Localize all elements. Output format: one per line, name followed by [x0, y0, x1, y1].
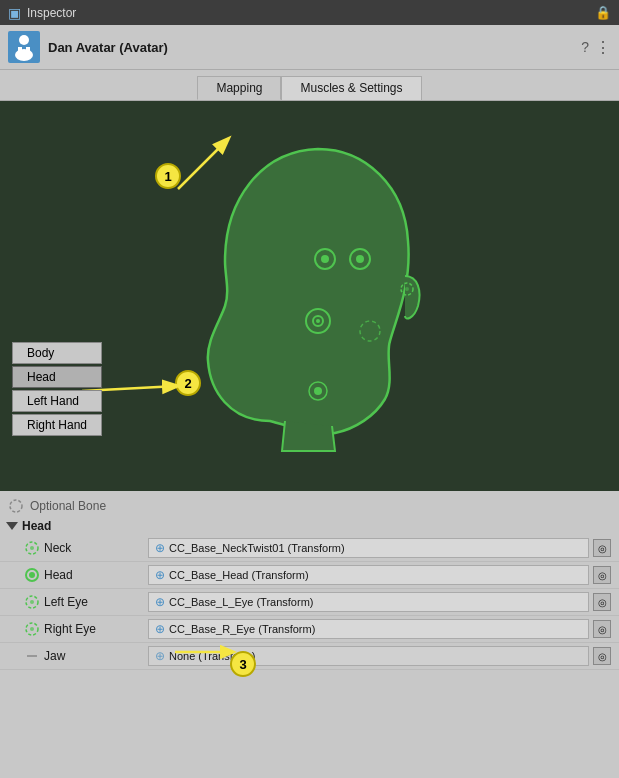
body-buttons: Body Head Left Hand Right Hand: [12, 342, 102, 436]
right-eye-transform-icon: ⊕: [155, 622, 165, 636]
head-value: ⊕ CC_Base_Head (Transform): [148, 565, 589, 585]
right-eye-dot-icon: [24, 621, 40, 637]
head-button[interactable]: Head: [12, 366, 102, 388]
left-eye-transform-text: CC_Base_L_Eye (Transform): [169, 596, 313, 608]
left-eye-target-button[interactable]: ◎: [593, 593, 611, 611]
tabs-bar: Mapping Muscles & Settings: [0, 70, 619, 101]
tab-mapping[interactable]: Mapping: [197, 76, 281, 100]
help-button[interactable]: ?: [581, 39, 589, 55]
svg-point-12: [316, 319, 320, 323]
svg-point-26: [30, 627, 34, 631]
title-bar-left: ▣ Inspector: [8, 5, 76, 21]
svg-point-7: [356, 255, 364, 263]
avatar-icon: [8, 31, 40, 63]
head-silhouette: [170, 121, 450, 461]
head-transform-icon: ⊕: [155, 568, 165, 582]
callout-1: 1: [155, 163, 181, 189]
neck-value: ⊕ CC_Base_NeckTwist01 (Transform): [148, 538, 589, 558]
left-eye-value: ⊕ CC_Base_L_Eye (Transform): [148, 592, 589, 612]
jaw-dot-icon: [24, 648, 40, 664]
left-eye-label: Left Eye: [44, 595, 144, 609]
optional-bone-label: Optional Bone: [30, 499, 106, 513]
svg-point-9: [405, 287, 409, 291]
callout-3: 3: [230, 651, 256, 677]
svg-point-24: [30, 600, 34, 604]
svg-point-20: [30, 546, 34, 550]
optional-bone-icon: [8, 498, 24, 514]
menu-button[interactable]: ⋮: [595, 38, 611, 57]
neck-transform-text: CC_Base_NeckTwist01 (Transform): [169, 542, 345, 554]
tab-muscles-settings[interactable]: Muscles & Settings: [281, 76, 421, 100]
head-dot-icon: [24, 567, 40, 583]
section-triangle: [6, 522, 18, 530]
header-left: Dan Avatar (Avatar): [8, 31, 168, 63]
inspector-icon: ▣: [8, 5, 21, 21]
right-eye-value: ⊕ CC_Base_R_Eye (Transform): [148, 619, 589, 639]
bone-row-left-eye: Left Eye ⊕ CC_Base_L_Eye (Transform) ◎: [0, 589, 619, 616]
neck-transform-icon: ⊕: [155, 541, 165, 555]
title-bar: ▣ Inspector 🔒: [0, 0, 619, 25]
svg-rect-2: [18, 47, 22, 55]
optional-bone-row: Optional Bone: [0, 495, 619, 517]
head-label: Head: [44, 568, 144, 582]
svg-point-18: [10, 500, 22, 512]
callout-2: 2: [175, 370, 201, 396]
avatar-canvas: 1 2 Body Head Left Hand Right Hand: [0, 101, 619, 491]
section-label: Head: [22, 519, 51, 533]
lock-icon[interactable]: 🔒: [595, 5, 611, 20]
svg-point-22: [29, 572, 35, 578]
header-right: ? ⋮: [581, 38, 611, 57]
neck-label: Neck: [44, 541, 144, 555]
jaw-target-button[interactable]: ◎: [593, 647, 611, 665]
bone-row-right-eye: Right Eye ⊕ CC_Base_R_Eye (Transform) ◎: [0, 616, 619, 643]
jaw-label: Jaw: [44, 649, 144, 663]
svg-rect-3: [26, 47, 30, 55]
svg-point-1: [15, 49, 33, 61]
svg-point-15: [314, 387, 322, 395]
avatar-name: Dan Avatar (Avatar): [48, 40, 168, 55]
jaw-value: ⊕ None (Transform): [148, 646, 589, 666]
svg-point-5: [321, 255, 329, 263]
title-bar-text: Inspector: [27, 6, 76, 20]
neck-target-button[interactable]: ◎: [593, 539, 611, 557]
section-header[interactable]: Head: [0, 517, 619, 535]
inspector-header: Dan Avatar (Avatar) ? ⋮: [0, 25, 619, 70]
right-hand-button[interactable]: Right Hand: [12, 414, 102, 436]
right-eye-label: Right Eye: [44, 622, 144, 636]
left-eye-transform-icon: ⊕: [155, 595, 165, 609]
head-target-button[interactable]: ◎: [593, 566, 611, 584]
head-transform-text: CC_Base_Head (Transform): [169, 569, 309, 581]
neck-dot-icon: [24, 540, 40, 556]
bone-row-jaw: Jaw ⊕ None (Transform) ◎ 3: [0, 643, 619, 670]
right-eye-target-button[interactable]: ◎: [593, 620, 611, 638]
left-hand-button[interactable]: Left Hand: [12, 390, 102, 412]
jaw-transform-icon: ⊕: [155, 649, 165, 663]
properties-panel: Optional Bone Head Neck ⊕ CC_Base_NeckTw…: [0, 491, 619, 674]
bone-row-neck: Neck ⊕ CC_Base_NeckTwist01 (Transform) ◎: [0, 535, 619, 562]
bone-row-head: Head ⊕ CC_Base_Head (Transform) ◎: [0, 562, 619, 589]
right-eye-transform-text: CC_Base_R_Eye (Transform): [169, 623, 315, 635]
svg-point-0: [19, 35, 29, 45]
body-button[interactable]: Body: [12, 342, 102, 364]
left-eye-dot-icon: [24, 594, 40, 610]
